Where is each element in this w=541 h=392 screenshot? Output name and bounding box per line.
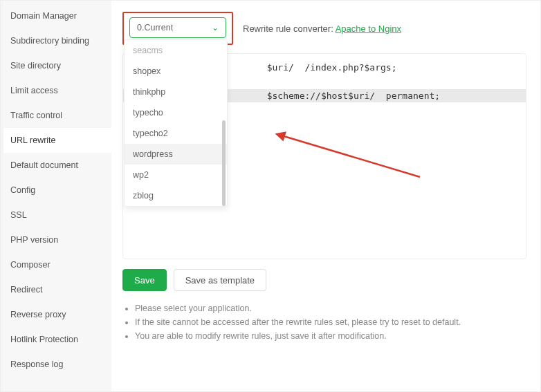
converter-label: Rewrite rule converter: Apache to Nginx [243, 24, 401, 34]
sidebar-item-redirect[interactable]: Redirect [1, 277, 111, 302]
save-button[interactable]: Save [122, 269, 167, 291]
sidebar-item-hotlink-protection[interactable]: Hotlink Protection [1, 327, 111, 352]
sidebar-item-reverse-proxy[interactable]: Reverse proxy [1, 302, 111, 327]
dropdown-item[interactable]: wp2 [125, 165, 227, 185]
sidebar-item-ssl[interactable]: SSL [1, 203, 111, 227]
sidebar-item-domain-manager[interactable]: Domain Manager [1, 3, 111, 28]
chevron-down-icon: ⌄ [212, 23, 219, 32]
select-value: 0.Current [137, 23, 173, 32]
sidebar-item-config[interactable]: Config [1, 178, 111, 203]
note-item: If the site cannot be accessed after the… [135, 317, 526, 327]
sidebar-item-php-version[interactable]: PHP version [1, 227, 111, 252]
dropdown-item[interactable]: thinkphp [125, 82, 227, 102]
note-item: You are able to modify rewrite rules, ju… [135, 331, 526, 341]
template-dropdown: seacms shopex thinkphp typecho typecho2 … [124, 39, 228, 207]
dropdown-item[interactable]: shopex [125, 61, 227, 82]
sidebar-item-response-log[interactable]: Response log [1, 352, 111, 377]
sidebar: Domain Manager Subdirectory binding Site… [1, 1, 111, 391]
note-item: Please select your application. [135, 304, 526, 313]
sidebar-item-composer[interactable]: Composer [1, 252, 111, 277]
sidebar-item-url-rewrite[interactable]: URL rewrite [1, 128, 111, 153]
sidebar-item-traffic-control[interactable]: Traffic control [1, 103, 111, 128]
dropdown-item[interactable]: typecho [125, 102, 227, 123]
notes: Please select your application. If the s… [122, 304, 526, 341]
save-as-template-button[interactable]: Save as template [174, 269, 266, 291]
rewrite-template-select[interactable]: 0.Current ⌄ [129, 17, 226, 38]
sidebar-item-subdirectory-binding[interactable]: Subdirectory binding [1, 28, 111, 53]
dropdown-scrollbar[interactable] [222, 120, 226, 206]
dropdown-item-wordpress[interactable]: wordpress [125, 144, 227, 165]
dropdown-item[interactable]: zblog [125, 185, 227, 206]
apache-to-nginx-link[interactable]: Apache to Nginx [336, 24, 401, 34]
sidebar-item-limit-access[interactable]: Limit access [1, 78, 111, 103]
dropdown-item[interactable]: seacms [125, 40, 227, 61]
sidebar-item-default-document[interactable]: Default document [1, 153, 111, 178]
dropdown-item[interactable]: typecho2 [125, 123, 227, 144]
main-panel: 0.Current ⌄ Rewrite rule converter: Apac… [111, 1, 540, 391]
sidebar-item-site-directory[interactable]: Site directory [1, 53, 111, 78]
